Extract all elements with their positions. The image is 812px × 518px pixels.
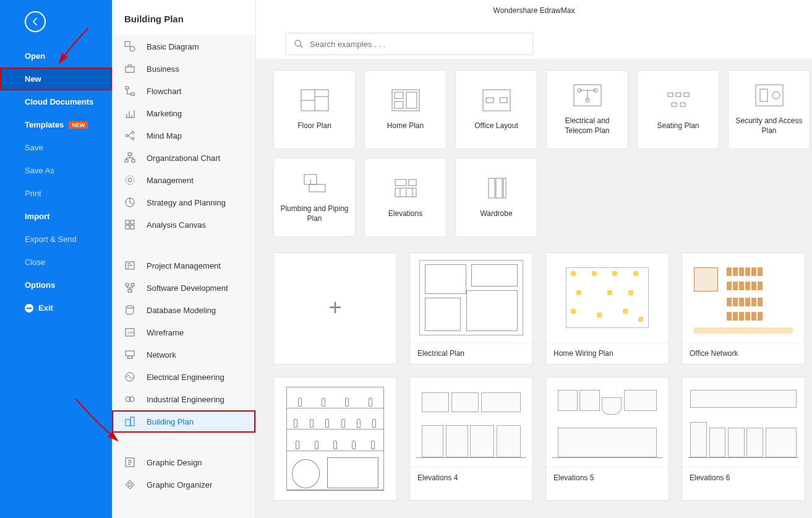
- example-grid: + Electrical Plan: [273, 253, 812, 501]
- svg-rect-2: [126, 67, 134, 72]
- svg-point-34: [295, 40, 301, 46]
- svg-rect-21: [128, 290, 132, 292]
- cat-strategy[interactable]: Strategy and Planning: [112, 191, 255, 214]
- cat-business[interactable]: Business: [112, 58, 255, 80]
- svg-rect-10: [132, 160, 135, 162]
- menu-export-send[interactable]: Export & Send: [0, 228, 112, 251]
- svg-point-54: [772, 92, 780, 99]
- category-list: Basic Diagram Business Flowchart Marketi…: [112, 35, 255, 518]
- network-icon: [124, 349, 135, 360]
- menu-exit[interactable]: Exit: [0, 296, 112, 319]
- search-input[interactable]: [310, 40, 525, 49]
- wardrobe-icon: [481, 176, 512, 201]
- svg-rect-48: [676, 93, 681, 97]
- svg-rect-53: [760, 89, 767, 101]
- svg-rect-36: [392, 90, 419, 111]
- elevations-icon: [390, 176, 421, 201]
- svg-rect-0: [125, 41, 130, 46]
- menu-save-as[interactable]: Save As: [0, 159, 112, 182]
- example-office-network[interactable]: Office Network: [682, 253, 805, 365]
- svg-point-12: [126, 176, 134, 184]
- cat-db-model[interactable]: Database Modeling: [112, 299, 255, 321]
- menu-templates[interactable]: Templates NEW: [0, 113, 112, 136]
- cat-flowchart[interactable]: Flowchart: [112, 80, 255, 102]
- type-elevations[interactable]: Elevations: [364, 158, 447, 237]
- cat-software-dev[interactable]: Software Development: [112, 277, 255, 299]
- cat-orgchart[interactable]: Organizational Chart: [112, 147, 255, 169]
- category-panel: Building Plan Basic Diagram Business Flo…: [112, 0, 256, 518]
- menu-options[interactable]: Options: [0, 274, 112, 296]
- example-elevations-5[interactable]: Elevations 5: [545, 377, 669, 501]
- cat-elec-eng[interactable]: Electrical Engineering: [112, 366, 255, 388]
- home-plan-icon: [390, 88, 421, 113]
- menu-cloud-documents[interactable]: Cloud Documents: [0, 90, 112, 113]
- thumbnail: [682, 378, 805, 467]
- svg-point-11: [128, 178, 132, 182]
- app-title: Wondershare EdrawMax: [494, 6, 575, 15]
- thumbnail: [410, 253, 532, 343]
- svg-rect-50: [672, 103, 677, 106]
- menu-new[interactable]: New: [0, 67, 112, 90]
- type-electrical-telecom[interactable]: Electrical and Telecom Plan: [546, 70, 628, 149]
- cat-analysis[interactable]: Analysis Canvas: [112, 214, 255, 236]
- cat-wireframe[interactable]: </>Wireframe: [112, 321, 255, 343]
- example-electrical-plan[interactable]: Electrical Plan: [409, 253, 533, 365]
- grid-icon: [124, 219, 135, 230]
- cat-ind-eng[interactable]: Industrial Engineering: [112, 388, 255, 410]
- svg-rect-60: [489, 178, 495, 198]
- menu-save[interactable]: Save: [0, 136, 112, 159]
- cat-management[interactable]: Management: [112, 169, 255, 191]
- type-home-plan[interactable]: Home Plan: [364, 70, 447, 149]
- flowchart-icon: [124, 85, 135, 97]
- cat-project-mgmt[interactable]: Project Management: [112, 254, 255, 277]
- svg-point-6: [132, 131, 134, 134]
- type-wardrobe[interactable]: Wardrobe: [455, 158, 537, 237]
- cat-graphic-design[interactable]: Graphic Design: [112, 451, 255, 473]
- factory-icon: [124, 394, 135, 405]
- svg-rect-4: [131, 93, 134, 95]
- svg-rect-25: [126, 351, 134, 356]
- menu-templates-label: Templates: [25, 120, 64, 129]
- menu-import[interactable]: Import: [0, 205, 112, 228]
- cat-network[interactable]: Network: [112, 343, 255, 366]
- svg-rect-37: [395, 92, 403, 98]
- svg-text:</>: </>: [127, 330, 134, 335]
- example-home-wiring[interactable]: Home Wiring Plan: [545, 253, 669, 365]
- category-header: Building Plan: [112, 0, 255, 35]
- svg-marker-32: [126, 480, 134, 489]
- menu-print[interactable]: Print: [0, 182, 112, 205]
- menu-open[interactable]: Open: [0, 45, 112, 67]
- briefcase-icon: [124, 63, 135, 74]
- shapes-icon: [124, 41, 135, 52]
- menu-exit-label: Exit: [38, 303, 53, 313]
- type-office-layout[interactable]: Office Layout: [455, 70, 537, 149]
- type-security-access[interactable]: Security and Access Plan: [728, 70, 810, 149]
- back-button[interactable]: [25, 11, 46, 32]
- search-box[interactable]: [286, 33, 533, 55]
- content-area: Floor Plan Home Plan Office Layout Elect…: [256, 59, 812, 518]
- cat-graphic-org[interactable]: Graphic Organizer: [112, 473, 255, 496]
- mindmap-icon: [124, 130, 135, 141]
- thumbnail: [274, 378, 396, 500]
- example-elevations-4[interactable]: Elevations 4: [409, 377, 533, 501]
- svg-rect-17: [130, 225, 134, 229]
- type-floor-plan[interactable]: Floor Plan: [273, 70, 356, 149]
- type-plumbing[interactable]: Plumbing and Piping Plan: [273, 158, 356, 237]
- cat-building-plan[interactable]: Building Plan: [112, 410, 255, 433]
- type-seating-plan[interactable]: Seating Plan: [637, 70, 719, 149]
- office-layout-icon: [481, 88, 512, 113]
- search-icon: [294, 39, 304, 49]
- new-badge: NEW: [69, 121, 88, 129]
- building-icon: [124, 416, 135, 427]
- menu-close[interactable]: Close: [0, 251, 112, 274]
- cat-basic-diagram[interactable]: Basic Diagram: [112, 35, 255, 58]
- example-elevations-6[interactable]: Elevations 6: [682, 377, 805, 501]
- cat-mindmap[interactable]: Mind Map: [112, 124, 255, 147]
- svg-rect-38: [406, 92, 417, 108]
- svg-rect-57: [395, 179, 406, 186]
- sine-icon: [124, 371, 135, 382]
- svg-point-1: [130, 46, 135, 51]
- example-wardrobe-shelves[interactable]: [273, 377, 397, 501]
- new-blank-template[interactable]: +: [273, 253, 397, 365]
- cat-marketing[interactable]: Marketing: [112, 102, 255, 124]
